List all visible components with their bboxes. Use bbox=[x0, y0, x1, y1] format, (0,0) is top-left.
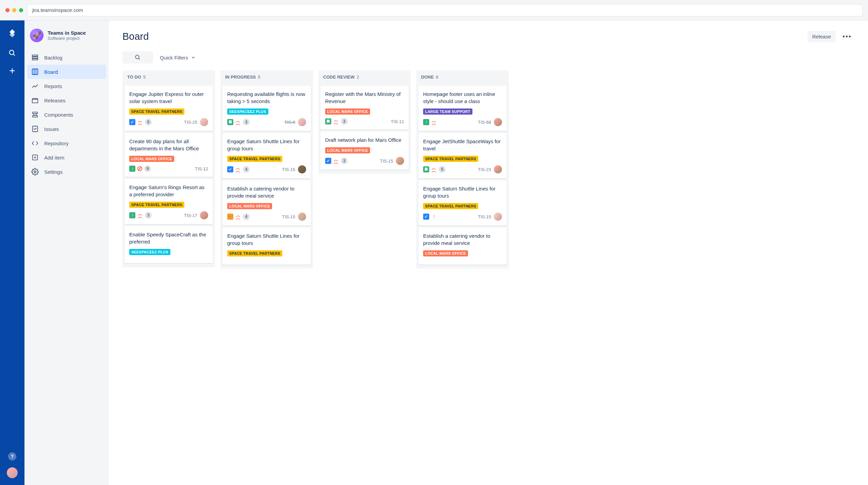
sidebar-item-label: Reports bbox=[44, 83, 62, 89]
quick-filters-dropdown[interactable]: Quick Filters bbox=[160, 55, 196, 61]
sidebar-item-add-item[interactable]: Add item bbox=[27, 150, 106, 165]
card-title: Engage Saturn Shuttle Lines for group to… bbox=[423, 185, 502, 199]
issue-key[interactable]: TIS-15 bbox=[478, 214, 491, 219]
issue-card[interactable]: Draft network plan for Mars OfficeLOCAL … bbox=[320, 132, 409, 170]
assignee-avatar[interactable] bbox=[298, 213, 306, 221]
priority-highest-icon: ︿︿ bbox=[235, 214, 241, 219]
epic-tag[interactable]: SPACE TRAVEL PARTNERS bbox=[423, 203, 478, 209]
assignee-avatar[interactable] bbox=[494, 165, 502, 173]
sidebar-item-board[interactable]: Board bbox=[27, 65, 106, 79]
issue-key[interactable]: TIS-15 bbox=[380, 158, 393, 164]
help-icon[interactable]: ? bbox=[8, 452, 16, 461]
issue-key[interactable]: TIS-11 bbox=[391, 119, 404, 124]
card-title: Establish a catering vendor to provide m… bbox=[227, 185, 306, 199]
sidebar-item-backlog[interactable]: Backlog bbox=[27, 50, 106, 65]
user-avatar[interactable] bbox=[7, 467, 18, 478]
epic-tag[interactable]: SEESPACEEZ PLUS bbox=[227, 108, 268, 115]
epic-tag[interactable]: SPACE TRAVEL PARTNERS bbox=[227, 250, 282, 256]
story-points: 3 bbox=[145, 212, 152, 219]
svg-rect-7 bbox=[32, 69, 38, 75]
sidebar-item-repository[interactable]: Repository bbox=[27, 136, 106, 150]
story-points: 5 bbox=[439, 166, 446, 173]
assignee-avatar[interactable] bbox=[396, 157, 404, 165]
backlog-icon bbox=[31, 54, 39, 61]
sidebar-item-settings[interactable]: Settings bbox=[27, 165, 106, 179]
epic-tag[interactable]: LARGE TEAM SUPPORT bbox=[423, 108, 472, 115]
priority-highest-icon: ︿︿ bbox=[137, 213, 143, 218]
sidebar-item-issues[interactable]: Issues bbox=[27, 122, 106, 136]
sidebar-item-components[interactable]: Components bbox=[27, 107, 106, 122]
issue-card[interactable]: Establish a catering vendor to provide m… bbox=[222, 180, 311, 225]
epic-tag[interactable]: LOCAL MARS OFFICE bbox=[227, 203, 272, 209]
story-points: 4 bbox=[243, 213, 250, 220]
assignee-avatar[interactable] bbox=[494, 213, 502, 221]
project-type: Software project bbox=[48, 36, 86, 41]
priority-highest-icon: ︿︿ bbox=[431, 167, 437, 172]
sidebar-item-releases[interactable]: Releases bbox=[27, 93, 106, 107]
task-icon bbox=[423, 214, 429, 220]
assignee-avatar[interactable] bbox=[494, 118, 502, 126]
card-title: Engage Saturn Shuttle Lines for group to… bbox=[227, 138, 306, 152]
epic-tag[interactable]: SPACE TRAVEL PARTNERS bbox=[129, 202, 184, 208]
create-icon[interactable] bbox=[8, 67, 16, 75]
repository-icon bbox=[31, 139, 39, 147]
search-icon[interactable] bbox=[8, 49, 16, 57]
issue-card[interactable]: Engage Saturn Shuttle Lines for group to… bbox=[418, 180, 507, 225]
issue-key[interactable]: TIS-68 bbox=[478, 120, 491, 125]
epic-tag[interactable]: SPACE TRAVEL PARTNERS bbox=[227, 156, 282, 162]
board-search-input[interactable] bbox=[122, 51, 153, 64]
search-icon bbox=[135, 54, 141, 61]
story-points: 9 bbox=[144, 165, 151, 172]
sidebar-item-label: Settings bbox=[44, 169, 63, 175]
issue-key[interactable]: TIS-15 bbox=[282, 167, 295, 172]
maximize-window-button[interactable] bbox=[19, 8, 23, 12]
close-window-button[interactable] bbox=[5, 8, 10, 12]
traffic-lights bbox=[5, 8, 23, 12]
url-bar[interactable]: jira.teamsinspace.com bbox=[27, 4, 863, 16]
issue-key[interactable]: TIS-8 bbox=[284, 120, 295, 125]
issue-key[interactable]: TIS-15 bbox=[282, 214, 295, 219]
assignee-avatar[interactable] bbox=[298, 165, 306, 173]
issue-card[interactable]: Register with the Mars Ministry of Reven… bbox=[320, 86, 409, 130]
assignee-avatar[interactable] bbox=[200, 118, 208, 126]
issue-card[interactable]: Create 90 day plans for all departments … bbox=[124, 133, 213, 177]
card-title: Draft network plan for Mars Office bbox=[325, 136, 404, 144]
issue-card[interactable]: Homepage footer uses an inline style - s… bbox=[418, 86, 507, 131]
project-name: Teams in Space bbox=[48, 30, 86, 36]
jira-logo-icon[interactable] bbox=[7, 29, 18, 39]
more-actions-button[interactable]: ••• bbox=[840, 30, 854, 43]
card-title: Engage JetShuttle SpaceWays for travel bbox=[423, 138, 502, 152]
column-name: Code Review bbox=[323, 74, 354, 80]
epic-tag[interactable]: LOCAL MARS OFFICE bbox=[423, 250, 468, 256]
release-button[interactable]: Release bbox=[807, 31, 836, 42]
epic-tag[interactable]: SEESPACEEZ PLUS bbox=[129, 249, 170, 255]
sidebar-item-reports[interactable]: Reports bbox=[27, 79, 106, 93]
issue-key[interactable]: TIS-17 bbox=[184, 213, 197, 218]
column-done: Done 8Homepage footer uses an inline sty… bbox=[416, 70, 509, 269]
issue-card[interactable]: Enable Speedy SpaceCraft as the preferre… bbox=[124, 226, 213, 263]
svg-point-20 bbox=[135, 55, 139, 59]
column-count: 5 bbox=[143, 74, 146, 80]
issue-card[interactable]: Engage Saturn Shuttle Lines for group to… bbox=[222, 228, 311, 265]
issue-card[interactable]: Establish a catering vendor to provide m… bbox=[418, 228, 507, 265]
minimize-window-button[interactable] bbox=[12, 8, 16, 12]
issue-key[interactable]: TIS-12 bbox=[195, 166, 208, 171]
issue-card[interactable]: Engage Saturn Shuttle Lines for group to… bbox=[222, 133, 311, 178]
issue-card[interactable]: Engage Jupiter Express for outer solar s… bbox=[124, 86, 213, 131]
epic-tag[interactable]: LOCAL MARS OFFICE bbox=[325, 147, 370, 153]
issues-icon bbox=[31, 125, 39, 133]
issue-card[interactable]: Engage JetShuttle SpaceWays for travelSP… bbox=[418, 133, 507, 178]
issue-key[interactable]: TIS-25 bbox=[184, 120, 197, 125]
issue-key[interactable]: TIS-23 bbox=[478, 167, 491, 172]
epic-tag[interactable]: LOCAL MARS OFFICE bbox=[325, 108, 370, 115]
epic-tag[interactable]: LOCAL MARS OFFICE bbox=[129, 156, 174, 162]
issue-card[interactable]: Requesting available flights is now taki… bbox=[222, 86, 311, 131]
project-header[interactable]: 🚀 Teams in Space Software project bbox=[27, 29, 106, 50]
epic-tag[interactable]: SPACE TRAVEL PARTNERS bbox=[129, 108, 184, 115]
epic-tag[interactable]: SPACE TRAVEL PARTNERS bbox=[423, 156, 478, 162]
column-header: In Progress 5 bbox=[220, 70, 313, 84]
issue-card[interactable]: Engage Saturn's Rings Resort as a prefer… bbox=[124, 179, 213, 224]
assignee-avatar[interactable] bbox=[298, 118, 306, 126]
main-content: Board Release ••• Quick Filters To Do 5E… bbox=[109, 20, 868, 485]
assignee-avatar[interactable] bbox=[200, 211, 208, 219]
